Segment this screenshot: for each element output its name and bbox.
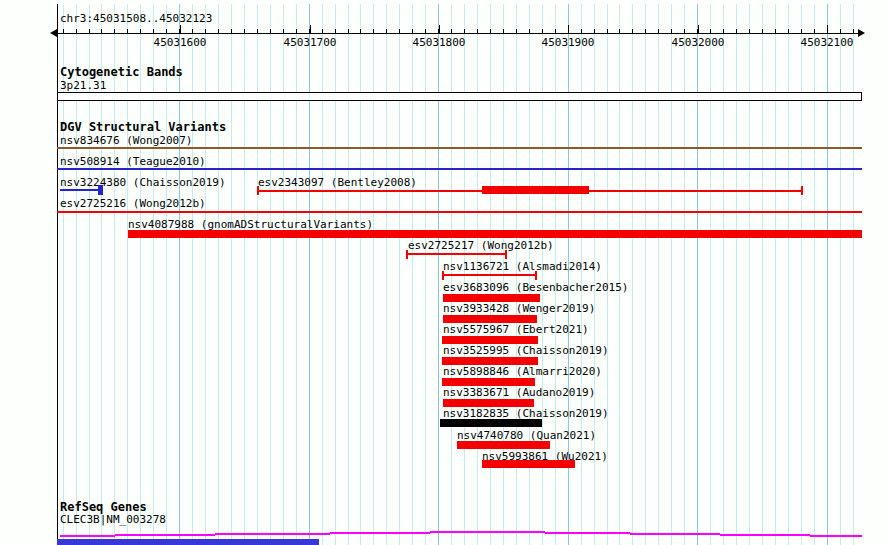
ruler-minor-tick [607,29,608,33]
grid-minor-line [762,4,763,545]
grid-minor-line [853,4,854,545]
refseq-wiggle-segment [630,533,720,535]
grid-minor-line [736,4,737,545]
feature-label[interactable]: nsv834676 (Wong2007) [60,135,192,146]
feature-glyph[interactable] [443,399,534,407]
feature-glyph[interactable] [406,253,507,255]
ruler-minor-tick [581,29,582,33]
genome-browser-panel: chr3:45031508..45032123 4503160045031700… [0,0,890,545]
feature-glyph[interactable] [128,230,862,238]
feature-label[interactable]: nsv3383671 (Audano2019) [443,387,595,398]
ruler-minor-tick [684,29,685,33]
gene-label[interactable]: CLEC3B|NM_003278 [60,514,166,525]
feature-label[interactable]: nsv508914 (Teague2010) [60,156,206,167]
feature-glyph[interactable] [57,147,862,149]
feature-label[interactable]: nsv4087988 (gnomADStructuralVariants) [128,219,373,230]
gene-bar[interactable] [57,539,319,545]
grid-minor-line [775,4,776,545]
feature-label[interactable]: nsv5575967 (Ebert2021) [443,324,589,335]
feature-glyph[interactable] [440,419,542,427]
feature-label[interactable]: esv3683096 (Besenbacher2015) [443,282,628,293]
grid-minor-line [386,4,387,545]
ruler-minor-tick [516,29,517,33]
ruler-major-tick [568,25,569,33]
ruler-minor-tick [386,29,387,33]
ruler-minor-tick [231,29,232,33]
ruler-minor-tick [801,29,802,33]
feature-label[interactable]: esv2725217 (Wong2012b) [408,240,554,251]
feature-glyph[interactable] [442,378,535,386]
feature-glyph[interactable] [57,168,862,170]
ruler-minor-tick [788,29,789,33]
ruler-minor-tick [775,29,776,33]
refseq-wiggle-segment [720,534,810,536]
section-header-cytogenetic-bands: Cytogenetic Bands [60,66,183,78]
feature-label[interactable]: nsv1136721 (Alsmadi2014) [443,261,602,272]
feature-label[interactable]: nsv3224380 (Chaisson2019) [60,177,226,188]
feature-glyph[interactable] [482,460,575,468]
ruler-major-tick [439,25,440,33]
grid-minor-line [244,4,245,545]
feature-label[interactable]: esv2725216 (Wong2012b) [60,198,206,209]
feature-glyph[interactable] [443,294,540,302]
ruler-minor-tick [814,29,815,33]
grid-minor-line [322,4,323,545]
refseq-wiggle-segment [115,534,215,536]
ruler-minor-tick [192,29,193,33]
grid-minor-line [684,4,685,545]
grid-minor-line [814,4,815,545]
feature-glyph[interactable] [801,186,803,195]
refseq-wiggle-segment [545,532,630,534]
grid-minor-line [257,4,258,545]
grid-minor-line [373,4,374,545]
ruler-minor-tick [490,29,491,33]
feature-glyph[interactable] [442,357,538,365]
feature-glyph[interactable] [482,186,589,194]
feature-glyph[interactable] [60,189,98,191]
ruler-tick-label: 45031900 [542,37,595,48]
ruler-minor-tick [373,29,374,33]
feature-glyph[interactable] [457,441,550,449]
grid-minor-line [749,4,750,545]
grid-minor-line [205,4,206,545]
feature-glyph[interactable] [505,250,507,259]
feature-label[interactable]: nsv3933428 (Wenger2019) [443,303,595,314]
ruler-minor-tick [710,29,711,33]
grid-minor-line [153,4,154,545]
feature-label[interactable]: nsv5898846 (Almarri2020) [443,366,602,377]
ruler-minor-tick [76,29,77,33]
grid-major-line [697,4,698,545]
ruler-tick-label: 45032100 [801,37,854,48]
feature-glyph[interactable] [57,211,862,213]
feature-label[interactable]: nsv3525995 (Chaisson2019) [443,345,609,356]
ruler-major-tick [698,25,699,33]
ruler-minor-tick [360,29,361,33]
feature-glyph[interactable] [442,274,537,276]
feature-label[interactable]: nsv4740780 (Quan2021) [457,430,596,441]
feature-label[interactable]: nsv3182835 (Chaisson2019) [443,408,609,419]
ruler-minor-tick [257,29,258,33]
grid-minor-line [619,4,620,545]
cytoband-label: 3p21.31 [60,80,106,91]
ruler-minor-tick [322,29,323,33]
grid-minor-line [632,4,633,545]
grid-minor-line [140,4,141,545]
grid-minor-line [283,4,284,545]
cytoband-box[interactable] [57,92,862,101]
grid-minor-line [166,4,167,545]
ruler-minor-tick [114,29,115,33]
grid-minor-line [399,4,400,545]
grid-minor-line [412,4,413,545]
feature-glyph[interactable] [535,271,537,280]
ruler-minor-tick [101,29,102,33]
refseq-wiggle-segment [330,532,430,534]
feature-glyph[interactable] [98,185,103,195]
feature-glyph[interactable] [443,315,537,323]
grid-minor-line [335,4,336,545]
feature-glyph[interactable] [442,336,538,344]
ruler-minor-tick [153,29,154,33]
feature-label[interactable]: esv2343097 (Bentley2008) [258,177,417,188]
ruler-minor-tick [762,29,763,33]
ruler-minor-tick [140,29,141,33]
ruler-tick-label: 45031800 [413,37,466,48]
